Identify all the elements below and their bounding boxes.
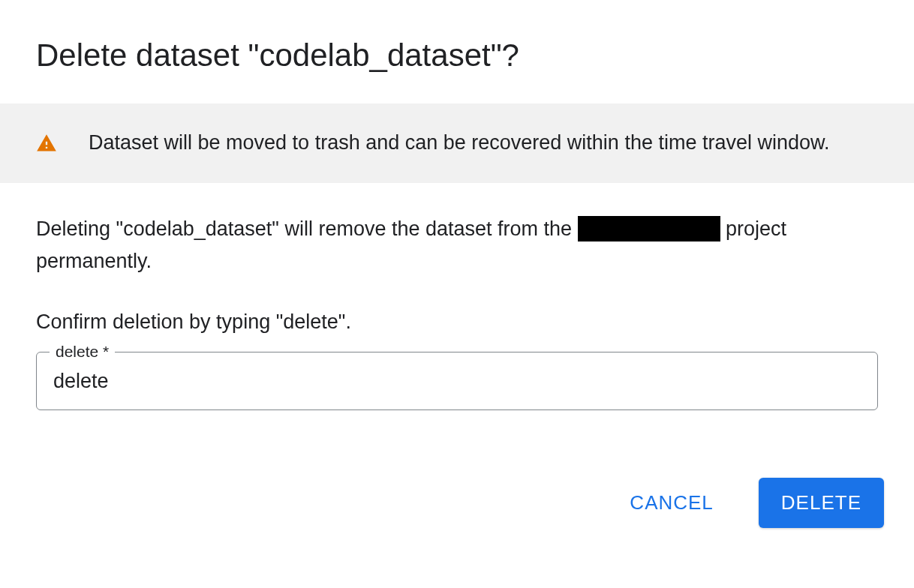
confirm-instruction: Confirm deletion by typing "delete". xyxy=(36,310,878,334)
notice-banner: Dataset will be moved to trash and can b… xyxy=(0,104,914,183)
delete-dataset-dialog: Delete dataset "codelab_dataset"? Datase… xyxy=(0,0,914,550)
warning-icon xyxy=(36,133,57,154)
description-text: Deleting "codelab_dataset" will remove t… xyxy=(36,213,878,278)
dialog-body: Deleting "codelab_dataset" will remove t… xyxy=(0,183,914,410)
dialog-actions: CANCEL DELETE xyxy=(0,410,914,550)
description-prefix: Deleting "codelab_dataset" will remove t… xyxy=(36,218,578,240)
dialog-title: Delete dataset "codelab_dataset"? xyxy=(0,0,914,104)
cancel-button[interactable]: CANCEL xyxy=(607,478,735,528)
delete-button[interactable]: DELETE xyxy=(759,478,884,528)
redacted-project-name xyxy=(578,216,720,242)
notice-text: Dataset will be moved to trash and can b… xyxy=(89,129,830,158)
confirm-input-wrapper: delete * xyxy=(36,352,878,410)
input-label: delete * xyxy=(50,343,115,361)
confirm-delete-input[interactable] xyxy=(36,352,878,410)
